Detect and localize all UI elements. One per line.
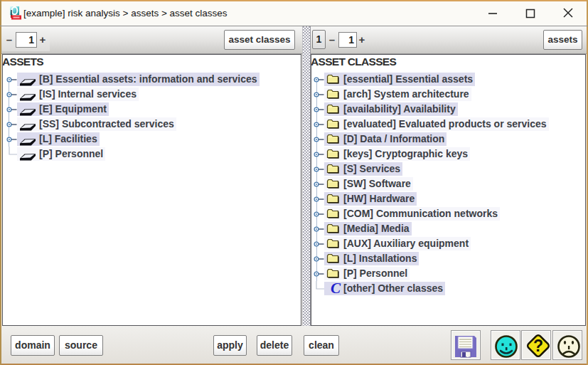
svg-text:?: ? xyxy=(533,337,543,355)
